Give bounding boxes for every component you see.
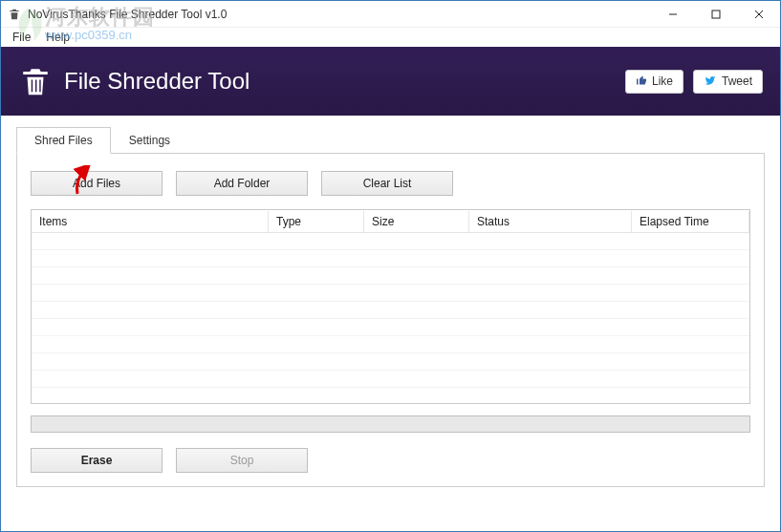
minimize-button[interactable] xyxy=(651,1,694,28)
column-items[interactable]: Items xyxy=(32,211,269,232)
tweet-label: Tweet xyxy=(722,74,752,88)
trash-icon xyxy=(18,64,53,98)
list-row xyxy=(32,319,749,336)
tabbar: Shred Files Settings xyxy=(16,127,765,154)
column-status[interactable]: Status xyxy=(469,211,632,232)
window-title: NoVirusThanks File Shredder Tool v1.0 xyxy=(28,8,651,21)
list-row xyxy=(32,336,749,353)
list-rows xyxy=(32,233,749,403)
column-type[interactable]: Type xyxy=(269,211,364,232)
like-button[interactable]: Like xyxy=(625,70,683,94)
list-row xyxy=(32,302,749,319)
menu-help[interactable]: Help xyxy=(38,29,77,46)
action-row: Erase Stop xyxy=(31,448,750,473)
column-elapsed[interactable]: Elapsed Time xyxy=(632,211,749,232)
maximize-button[interactable] xyxy=(694,1,737,28)
close-button[interactable] xyxy=(737,1,780,28)
tweet-button[interactable]: Tweet xyxy=(693,70,763,94)
titlebar: NoVirusThanks File Shredder Tool v1.0 xyxy=(1,1,780,28)
svg-rect-1 xyxy=(712,11,720,18)
list-row xyxy=(32,267,749,285)
like-label: Like xyxy=(652,74,673,88)
clear-list-button[interactable]: Clear List xyxy=(321,171,453,196)
list-header: Items Type Size Status Elapsed Time xyxy=(32,210,749,233)
list-row xyxy=(32,250,749,267)
menubar: File Help xyxy=(1,28,780,47)
file-toolbar: Add Files Add Folder Clear List xyxy=(31,171,750,196)
list-row xyxy=(32,233,749,250)
app-title: File Shredder Tool xyxy=(64,68,616,95)
list-row xyxy=(32,285,749,302)
tab-shred-files[interactable]: Shred Files xyxy=(16,127,111,154)
thumbs-up-icon xyxy=(636,74,647,89)
add-files-button[interactable]: Add Files xyxy=(31,171,163,196)
stop-button[interactable]: Stop xyxy=(176,448,308,473)
file-list[interactable]: Items Type Size Status Elapsed Time xyxy=(31,209,750,404)
app-icon xyxy=(7,7,22,22)
add-folder-button[interactable]: Add Folder xyxy=(176,171,308,196)
banner: File Shredder Tool Like Tweet xyxy=(1,47,780,116)
erase-button[interactable]: Erase xyxy=(31,448,163,473)
content-area: Shred Files Settings Add Files Add Folde… xyxy=(1,116,780,499)
progress-bar xyxy=(31,415,750,433)
list-row xyxy=(32,371,749,388)
tab-panel-shred-files: Add Files Add Folder Clear List Items Ty… xyxy=(16,154,765,487)
column-size[interactable]: Size xyxy=(364,211,469,232)
window-controls xyxy=(651,1,780,28)
menu-file[interactable]: File xyxy=(5,29,38,46)
twitter-icon xyxy=(704,74,717,89)
list-row xyxy=(32,353,749,371)
tab-settings[interactable]: Settings xyxy=(111,127,188,153)
